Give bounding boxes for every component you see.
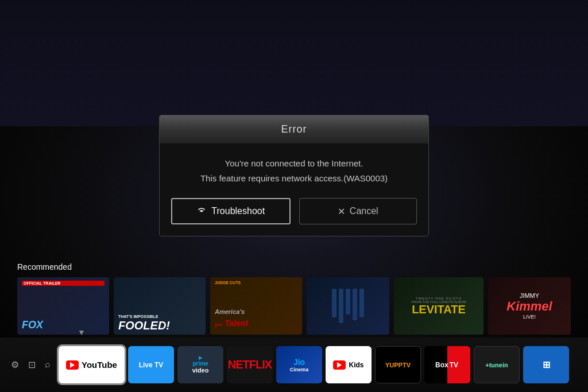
app-tile-netflix[interactable]: NETFLIX bbox=[227, 346, 273, 383]
top-area bbox=[0, 0, 588, 126]
livetv-label: Live TV bbox=[139, 361, 164, 369]
dialog-title: Error bbox=[281, 123, 307, 135]
kimmel-content: JIMMY Kimmel LIVE! bbox=[506, 292, 552, 320]
thumbnail-fox[interactable]: OFFICIAL TRAILER FOX bbox=[17, 277, 109, 335]
app-tile-youtube[interactable]: YouTube bbox=[59, 346, 125, 383]
agt-name: America's bbox=[215, 308, 245, 315]
kids-play-icon bbox=[337, 362, 342, 368]
prime-text: prime bbox=[192, 360, 208, 367]
kimmel-live: LIVE! bbox=[506, 314, 552, 320]
levitate-content: TWENTY ONE PILOTS FROM THE FULL LENGTH A… bbox=[411, 297, 466, 315]
more-icon: ⊞ bbox=[543, 359, 550, 370]
thumbnail-agt[interactable]: JUDGE CUTS America's got Talent bbox=[210, 277, 302, 335]
system-icons: ⚙ ⊡ ⌕ bbox=[9, 357, 53, 372]
jio-logo-text: Jio bbox=[290, 358, 309, 367]
concert-silhouettes bbox=[332, 289, 364, 323]
prime-logo: ▶ prime video bbox=[192, 356, 209, 374]
chevron-down-icon: ▼ bbox=[78, 328, 86, 337]
dialog-body: You're not connected to the Internet. Th… bbox=[160, 143, 428, 198]
youtube-label: YouTube bbox=[82, 360, 117, 370]
dialog-message-line2: This feature requires network access.(WA… bbox=[200, 173, 388, 183]
kimmel-jimmy: JIMMY bbox=[506, 292, 552, 299]
levitate-title: LEVITATE bbox=[411, 304, 466, 315]
app-tile-more[interactable]: ⊞ bbox=[523, 346, 569, 383]
yupptv-label: YUPPTV bbox=[385, 362, 411, 368]
app-tile-kids[interactable]: Kids bbox=[326, 346, 372, 383]
wifi-icon bbox=[196, 206, 207, 216]
content-area: Recommended OFFICIAL TRAILER FOX THAT'S … bbox=[0, 262, 588, 335]
agt-label: JUDGE CUTS bbox=[215, 281, 297, 285]
fox-badge: OFFICIAL TRAILER bbox=[22, 281, 105, 286]
fooled-title: THAT'S IMPOSSIBLE bbox=[118, 315, 201, 319]
jio-content: Jio Cinema bbox=[290, 358, 309, 372]
prime-arrow: ▶ bbox=[199, 356, 202, 361]
dialog-box: Error You're not connected to the Intern… bbox=[159, 115, 429, 236]
dialog-header: Error bbox=[160, 115, 428, 143]
kids-logo: Kids bbox=[333, 360, 363, 370]
app-tile-livetv[interactable]: Live TV bbox=[128, 346, 174, 383]
thumbnail-kimmel[interactable]: JIMMY Kimmel LIVE! bbox=[488, 277, 571, 335]
fox-logo: FOX bbox=[22, 319, 105, 331]
source-icon[interactable]: ⊡ bbox=[26, 357, 38, 372]
tunein-label: +tunein bbox=[485, 362, 508, 368]
kids-icon bbox=[333, 360, 346, 370]
thumbnails-row: OFFICIAL TRAILER FOX THAT'S IMPOSSIBLE F… bbox=[17, 277, 571, 335]
dialog-message-line1: You're not connected to the Internet. bbox=[225, 158, 363, 168]
youtube-logo: YouTube bbox=[66, 360, 117, 370]
app-tile-boxtv[interactable]: BoxTV bbox=[424, 346, 470, 383]
app-tile-yupptv[interactable]: YUPPTV bbox=[375, 346, 421, 383]
kimmel-name: Kimmel bbox=[506, 299, 552, 314]
prime-video-text: video bbox=[192, 367, 209, 374]
app-tile-prime[interactable]: ▶ prime video bbox=[177, 346, 223, 383]
youtube-icon bbox=[66, 360, 79, 370]
settings-icon[interactable]: ⚙ bbox=[9, 357, 21, 372]
agt-got: got bbox=[215, 322, 222, 327]
netflix-label: NETFLIX bbox=[228, 358, 272, 371]
fooled-text: FOOLED! bbox=[118, 320, 201, 331]
boxtv-label: BoxTV bbox=[435, 361, 459, 369]
tv-screen: Error You're not connected to the Intern… bbox=[0, 0, 588, 392]
app-bar: ⚙ ⊡ ⌕ YouTube Live TV ▶ prime video bbox=[0, 337, 588, 392]
youtube-play-icon bbox=[70, 362, 75, 368]
error-dialog: Error You're not connected to the Intern… bbox=[159, 115, 429, 236]
thumbnail-levitate[interactable]: TWENTY ONE PILOTS FROM THE FULL LENGTH A… bbox=[394, 277, 483, 335]
cancel-label: Cancel bbox=[350, 206, 378, 216]
recommended-label: Recommended bbox=[17, 262, 571, 271]
search-icon[interactable]: ⌕ bbox=[42, 357, 53, 372]
troubleshoot-button[interactable]: Troubleshoot bbox=[171, 198, 291, 224]
thumbnail-concert[interactable] bbox=[307, 277, 389, 335]
agt-talent: Talent bbox=[225, 319, 248, 328]
dialog-buttons: Troubleshoot ✕ Cancel bbox=[160, 198, 428, 236]
thumbnail-fooled[interactable]: THAT'S IMPOSSIBLE FOOLED! bbox=[114, 277, 206, 335]
jio-cinema-text: Cinema bbox=[290, 367, 309, 372]
app-tile-tunein[interactable]: +tunein bbox=[474, 346, 520, 383]
cancel-button[interactable]: ✕ Cancel bbox=[299, 198, 417, 224]
troubleshoot-label: Troubleshoot bbox=[211, 206, 265, 216]
kids-label: Kids bbox=[349, 361, 363, 369]
app-tile-jio[interactable]: Jio Cinema bbox=[276, 346, 322, 383]
dialog-message: You're not connected to the Internet. Th… bbox=[177, 156, 411, 185]
cancel-x-icon: ✕ bbox=[338, 206, 345, 217]
